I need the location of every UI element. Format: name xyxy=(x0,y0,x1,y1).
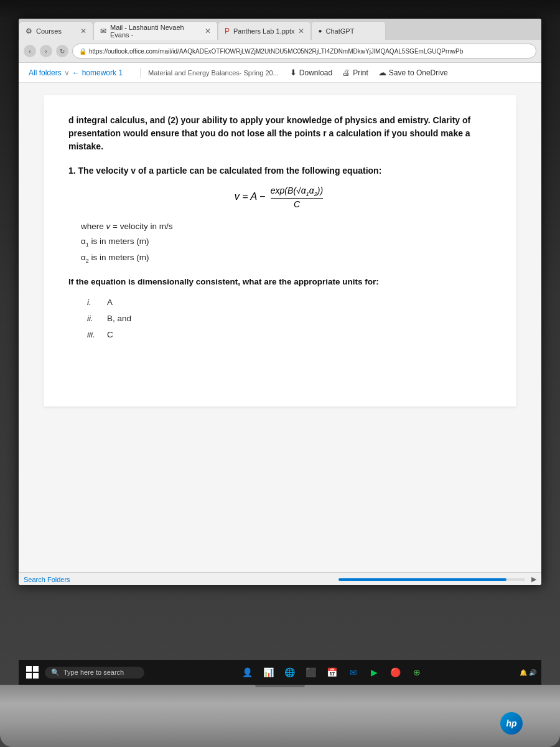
print-icon: 🖨 xyxy=(342,68,350,77)
subfolder-label[interactable]: homework 1 xyxy=(82,68,123,77)
system-tray-icons: 🔔 🔊 xyxy=(520,669,536,676)
taskbar-app-play[interactable]: ▶ xyxy=(365,663,384,682)
equation-fraction: exp(B(√α1α2)) C xyxy=(271,186,323,209)
eq-lhs: v = A − xyxy=(235,191,266,202)
bottom-toolbar: Search Folders ▶ xyxy=(19,572,541,585)
mail-toolbar: All folders ∨ ← homework 1 Material and … xyxy=(19,63,541,83)
address-bar-row: ‹ › ↻ 🔒 https://outlook.office.com/mail/… xyxy=(19,40,541,62)
address-bar[interactable]: 🔒 https://outlook.office.com/mail/id/AAQ… xyxy=(72,44,536,59)
search-icon: 🔍 xyxy=(51,669,60,677)
download-icon: ⬇ xyxy=(290,68,297,77)
taskbar-app-red[interactable]: 🔴 xyxy=(386,663,405,682)
close-tab-mail[interactable]: ✕ xyxy=(205,27,211,35)
mail-tab-label: Mail - Lashaunti Nevaeh Evans - xyxy=(110,24,201,39)
list-item: iii. C xyxy=(87,327,492,343)
breadcrumb-sep: ∨ xyxy=(64,68,70,77)
courses-icon: ⚙ xyxy=(26,27,32,35)
back-arrow: ← xyxy=(72,68,80,77)
chatgpt-icon: ● xyxy=(318,27,322,34)
refresh-button[interactable]: ↻ xyxy=(56,45,68,57)
part-i-label: i. xyxy=(87,294,102,311)
var-a2: α2 is in meters (m) xyxy=(81,250,492,266)
question-1-block: 1. The velocity v of a particle can be c… xyxy=(68,166,492,342)
panthers-tab-label: Panthers Lab 1.pptx xyxy=(233,27,294,35)
mail-icon: ✉ xyxy=(100,27,106,35)
part-i-text: A xyxy=(107,294,113,311)
laptop-bottom-bezel: hp xyxy=(0,685,560,747)
source-label: Material and Energy Balances- Spring 20.… xyxy=(148,69,279,77)
variables-block: where v = velocity in m/s α1 is in meter… xyxy=(81,219,492,266)
screen-area: ⚙ Courses ✕ ✉ Mail - Lashaunti Nevaeh Ev… xyxy=(19,19,541,585)
equation-block: v = A − exp(B(√α1α2)) C xyxy=(68,186,492,209)
tab-mail[interactable]: ✉ Mail - Lashaunti Nevaeh Evans - ✕ xyxy=(93,21,218,40)
print-label: Print xyxy=(353,68,368,77)
forward-button[interactable]: › xyxy=(40,45,52,57)
tab-courses[interactable]: ⚙ Courses ✕ xyxy=(19,21,93,40)
save-to-onedrive-button[interactable]: ☁ Save to OneDrive xyxy=(375,67,452,78)
scroll-right-arrow[interactable]: ▶ xyxy=(531,575,536,583)
tab-chatgpt[interactable]: ● ChatGPT xyxy=(311,21,386,40)
var-v: where v = velocity in m/s xyxy=(81,219,492,234)
hp-logo: hp xyxy=(500,712,523,735)
chatgpt-tab-label: ChatGPT xyxy=(326,27,355,35)
tab-bar: ⚙ Courses ✕ ✉ Mail - Lashaunti Nevaeh Ev… xyxy=(19,19,541,40)
document-content: d integral calculus, and (2) your abilit… xyxy=(19,83,541,572)
taskbar-app-person[interactable]: 👤 xyxy=(238,663,257,682)
print-button[interactable]: 🖨 Print xyxy=(338,67,372,78)
tab-spacer xyxy=(386,21,541,40)
sub-question-text: If the equation is dimensionally consist… xyxy=(68,276,492,288)
list-item: ii. B, and xyxy=(87,311,492,327)
onedrive-icon: ☁ xyxy=(378,68,386,77)
breadcrumb: All folders ∨ ← homework 1 xyxy=(29,68,123,77)
equation-display: v = A − exp(B(√α1α2)) C xyxy=(235,186,325,209)
laptop-frame: ⚙ Courses ✕ ✉ Mail - Lashaunti Nevaeh Ev… xyxy=(0,0,560,747)
all-folders-label[interactable]: All folders xyxy=(29,68,62,77)
question-1-title: 1. The velocity v of a particle can be c… xyxy=(68,166,492,176)
document-body: d integral calculus, and (2) your abilit… xyxy=(44,95,516,406)
taskbar-app-store[interactable]: ⬛ xyxy=(302,663,320,682)
intro-text: d integral calculus, and (2) your abilit… xyxy=(68,114,492,153)
start-button[interactable] xyxy=(24,664,41,681)
answer-list: i. A ii. B, and iii. C xyxy=(87,294,492,342)
search-folders-link[interactable]: Search Folders xyxy=(24,576,70,583)
taskbar-app-calendar[interactable]: 📅 xyxy=(323,663,342,682)
taskbar-apps: 👤 📊 🌐 ⬛ 📅 ✉ ▶ 🔴 ⊕ xyxy=(148,663,516,682)
mail-content: All folders ∨ ← homework 1 Material and … xyxy=(19,63,541,585)
top-bezel xyxy=(0,0,560,19)
download-button[interactable]: ⬇ Download xyxy=(286,67,336,78)
taskbar-app-chart[interactable]: 📊 xyxy=(259,663,278,682)
tab-panthers[interactable]: P Panthers Lab 1.pptx ✕ xyxy=(218,21,311,40)
taskbar-search[interactable]: 🔍 Type here to search xyxy=(45,667,144,679)
part-ii-label: ii. xyxy=(87,311,102,327)
taskbar: 🔍 Type here to search 👤 📊 🌐 ⬛ 📅 ✉ ▶ 🔴 ⊕ … xyxy=(19,660,541,685)
back-button[interactable]: ‹ xyxy=(24,45,36,57)
fraction-denominator: C xyxy=(294,199,300,209)
taskbar-app-edge[interactable]: 🌐 xyxy=(281,663,299,682)
taskbar-app-chrome[interactable]: ⊕ xyxy=(408,663,426,682)
part-iii-label: iii. xyxy=(87,327,102,343)
url-text: https://outlook.office.com/mail/id/AAQkA… xyxy=(89,48,463,55)
toolbar-divider xyxy=(140,68,141,78)
taskbar-app-mail2[interactable]: ✉ xyxy=(344,663,363,682)
list-item: i. A xyxy=(87,294,492,311)
var-a1: α1 is in meters (m) xyxy=(81,234,492,250)
search-placeholder: Type here to search xyxy=(63,669,124,676)
part-iii-text: C xyxy=(107,327,113,343)
fraction-numerator: exp(B(√α1α2)) xyxy=(271,186,323,199)
close-tab-panthers[interactable]: ✕ xyxy=(298,27,304,35)
browser-chrome: ⚙ Courses ✕ ✉ Mail - Lashaunti Nevaeh Ev… xyxy=(19,19,541,63)
windows-icon xyxy=(26,666,39,679)
download-label: Download xyxy=(299,68,332,77)
save-label: Save to OneDrive xyxy=(389,68,448,77)
pptx-icon: P xyxy=(225,27,230,35)
part-ii-text: B, and xyxy=(107,311,131,327)
close-tab-courses[interactable]: ✕ xyxy=(80,27,86,35)
taskbar-system-tray: 🔔 🔊 xyxy=(520,669,536,676)
courses-tab-label: Courses xyxy=(36,27,62,35)
